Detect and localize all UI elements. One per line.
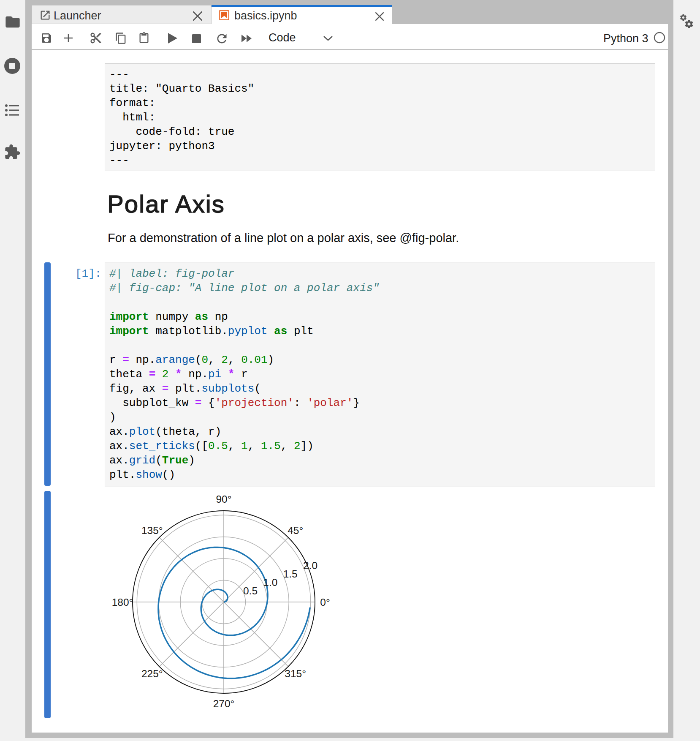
svg-text:0.5: 0.5 <box>243 585 258 597</box>
svg-text:1.0: 1.0 <box>263 577 277 588</box>
svg-text:315°: 315° <box>285 668 306 679</box>
svg-text:2.0: 2.0 <box>303 560 317 571</box>
svg-text:135°: 135° <box>141 525 163 536</box>
svg-text:45°: 45° <box>288 525 303 536</box>
svg-text:180°: 180° <box>112 597 133 608</box>
svg-text:0°: 0° <box>320 597 330 608</box>
svg-text:225°: 225° <box>141 668 163 679</box>
svg-text:270°: 270° <box>213 698 235 709</box>
svg-text:1.5: 1.5 <box>283 568 298 580</box>
svg-text:90°: 90° <box>216 493 231 505</box>
